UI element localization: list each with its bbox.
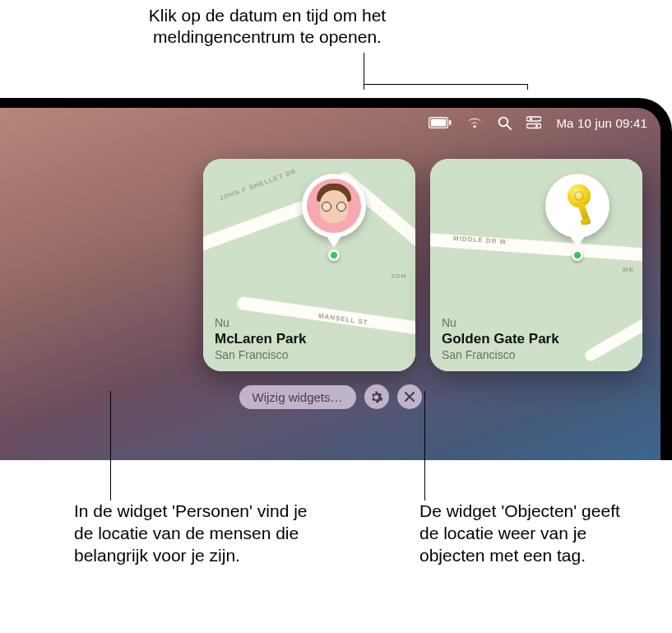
menu-bar: Ma 10 jun 09:41 — [0, 108, 660, 137]
callout-line — [110, 391, 111, 500]
help-caption-people: In de widget 'Personen' vind je de locat… — [74, 500, 321, 567]
svg-rect-7 — [526, 124, 541, 128]
control-center-icon[interactable] — [526, 116, 541, 129]
widget-settings-button[interactable] — [364, 384, 389, 409]
item-pin — [545, 174, 609, 238]
menubar-datetime[interactable]: Ma 10 jun 09:41 — [556, 116, 647, 130]
widget-timestamp: Nu — [442, 316, 631, 329]
street-label: JOH — [391, 272, 406, 280]
spotlight-icon[interactable] — [498, 116, 512, 130]
widgets-row: JOHN F SHELLEY DR JOH MANSELL ST Nu McLa… — [203, 159, 642, 371]
widget-footer: Nu McLaren Park San Francisco — [215, 316, 404, 361]
svg-line-4 — [507, 125, 512, 129]
pin-dot-icon — [572, 249, 583, 261]
help-caption-items: De widget 'Objecten' geeft de locatie we… — [419, 500, 633, 567]
wifi-icon[interactable] — [466, 117, 483, 128]
gear-icon — [369, 390, 383, 404]
widget-location-subtitle: San Francisco — [215, 348, 404, 361]
pin-dot-icon — [328, 249, 340, 261]
svg-rect-2 — [449, 120, 452, 125]
device-frame: Ma 10 jun 09:41 JOHN F SHELLEY DR JOH MA… — [0, 98, 672, 460]
edit-widgets-bar: Wijzig widgets… — [239, 384, 421, 409]
callout-tick — [527, 84, 528, 90]
find-my-items-widget[interactable]: MIDDLE DR W ME Nu Golden Gate Park San F… — [430, 159, 642, 371]
close-icon — [404, 391, 415, 403]
callout-line — [424, 391, 425, 500]
street-label: JOHN F SHELLEY DR — [218, 167, 297, 202]
callout-bracket — [364, 84, 528, 85]
find-my-people-widget[interactable]: JOHN F SHELLEY DR JOH MANSELL ST Nu McLa… — [203, 159, 415, 371]
avatar-icon — [307, 179, 361, 233]
widget-location-subtitle: San Francisco — [442, 348, 631, 361]
callout-tick — [364, 84, 364, 90]
key-icon — [554, 183, 600, 229]
edit-widgets-button[interactable]: Wijzig widgets… — [239, 385, 355, 409]
street-label: ME — [623, 266, 634, 273]
widget-timestamp: Nu — [215, 316, 404, 329]
svg-point-8 — [535, 124, 538, 127]
svg-rect-1 — [431, 119, 447, 127]
widget-location-title: McLaren Park — [215, 331, 404, 347]
help-caption-top: Klik op de datum en tijd om het meldinge… — [90, 5, 444, 49]
person-pin — [302, 174, 366, 238]
widget-location-title: Golden Gate Park — [442, 331, 631, 347]
widget-footer: Nu Golden Gate Park San Francisco — [442, 316, 631, 361]
desktop-screen: Ma 10 jun 09:41 JOHN F SHELLEY DR JOH MA… — [0, 108, 660, 460]
battery-icon[interactable] — [429, 117, 452, 128]
svg-point-6 — [530, 118, 532, 120]
svg-rect-5 — [526, 117, 541, 121]
callout-line — [364, 53, 364, 84]
close-widgets-button[interactable] — [397, 384, 422, 409]
